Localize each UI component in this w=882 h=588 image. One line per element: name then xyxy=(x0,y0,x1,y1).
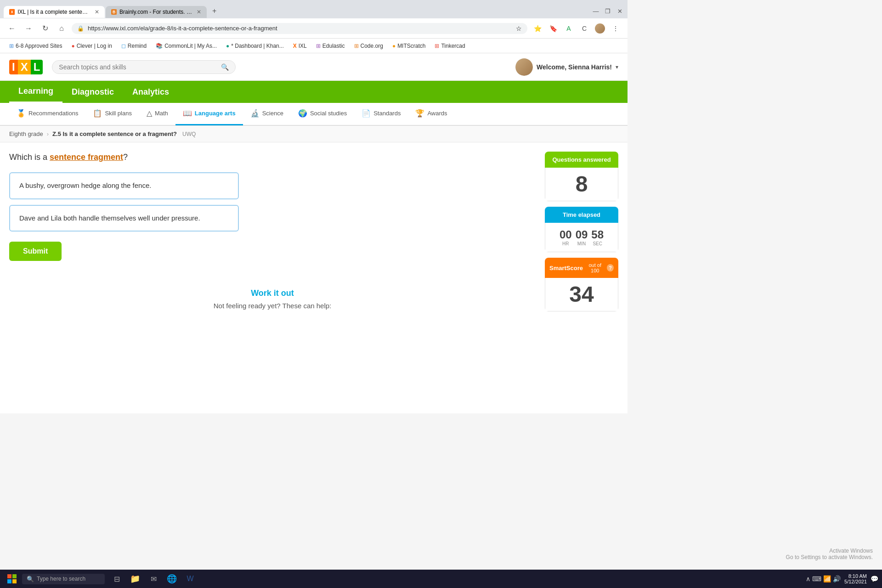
bookmark-edulastic[interactable]: ⊞ Edulastic xyxy=(312,42,349,50)
breadcrumb-grade[interactable]: Eighth grade xyxy=(9,130,43,137)
browser-title-bar: X IXL | Is it a complete sentence o... ✕… xyxy=(0,0,628,18)
tab2-favicon: B xyxy=(111,9,117,15)
ixl-app: I X L 🔍 Welcome, Sienna Harris! ▾ Learni… xyxy=(0,53,628,413)
subnav-language-arts[interactable]: 📖 Language arts xyxy=(175,102,243,125)
subnav-standards[interactable]: 📄 Standards xyxy=(354,102,408,125)
nav-item-analytics[interactable]: Analytics xyxy=(123,81,178,103)
smartscore-card: SmartScore out of 100 ? 34 xyxy=(545,258,618,311)
new-tab-button[interactable]: + xyxy=(208,4,221,18)
more-options-icon[interactable]: ⋮ xyxy=(609,22,622,35)
user-menu[interactable]: Welcome, Sienna Harris! ▾ xyxy=(515,58,618,76)
work-it-out-section: Work it out Not feeling ready yet? These… xyxy=(9,279,536,326)
grammarly-icon[interactable]: A xyxy=(562,22,575,35)
recommendations-icon: 🏅 xyxy=(17,109,26,118)
smartscore-body: 34 xyxy=(545,278,618,311)
awards-icon: 🏆 xyxy=(415,109,424,118)
breadcrumb: Eighth grade › Z.5 Is it a complete sent… xyxy=(0,126,628,142)
answer-option-2[interactable]: Dave and Lila both handle themselves wel… xyxy=(9,205,239,232)
refresh-button[interactable]: ↻ xyxy=(39,22,51,35)
tab1-close[interactable]: ✕ xyxy=(95,9,99,15)
time-header: Time elapsed xyxy=(545,207,618,223)
math-icon: △ xyxy=(147,109,152,118)
svg-text:X: X xyxy=(11,10,13,15)
forward-button[interactable]: → xyxy=(22,22,35,35)
back-button[interactable]: ← xyxy=(6,22,18,35)
bookmark-tinkercad[interactable]: ⊞ Tinkercad xyxy=(431,42,469,50)
tab1-title: IXL | Is it a complete sentence o... xyxy=(17,9,90,15)
svg-text:B: B xyxy=(113,10,115,14)
nav-item-learning[interactable]: Learning xyxy=(9,81,62,103)
bookmark-remind[interactable]: ◻ Remind xyxy=(118,42,150,50)
bookmark-ixl[interactable]: X IXL xyxy=(289,42,311,50)
chrome-ext-icon[interactable]: C xyxy=(578,22,591,35)
breadcrumb-skill: Z.5 Is it a complete sentence or a fragm… xyxy=(52,130,177,137)
subnav-awards[interactable]: 🏆 Awards xyxy=(408,102,454,125)
avatar-image xyxy=(515,58,533,76)
sidebar: Questions answered 8 Time elapsed 00 HR xyxy=(545,152,618,409)
time-body: 00 HR 09 MIN 58 SEC xyxy=(545,223,618,252)
skill-plans-icon: 📋 xyxy=(93,109,102,118)
bookmark-clever[interactable]: ● Clever | Log in xyxy=(68,42,115,50)
timer-minutes: 09 MIN xyxy=(576,228,588,246)
language-arts-icon: 📖 xyxy=(183,109,192,118)
toolbar-icons: ⭐ 🔖 A C ⋮ xyxy=(531,22,622,35)
ixl-header: I X L 🔍 Welcome, Sienna Harris! ▾ xyxy=(0,53,628,81)
smartscore-help-icon[interactable]: ? xyxy=(607,264,614,271)
minimize-button[interactable]: — xyxy=(592,7,600,15)
timer-hours: 00 HR xyxy=(560,228,572,246)
question-highlight: sentence fragment xyxy=(50,153,123,162)
close-button[interactable]: ✕ xyxy=(616,7,624,15)
search-icon: 🔍 xyxy=(221,63,229,71)
user-welcome: Welcome, Sienna Harris! xyxy=(537,63,612,71)
nav-item-diagnostic[interactable]: Diagnostic xyxy=(62,81,123,103)
maximize-button[interactable]: ❐ xyxy=(604,7,612,15)
time-elapsed-card: Time elapsed 00 HR 09 MIN xyxy=(545,207,618,252)
address-bar[interactable]: 🔒 https://www.ixl.com/ela/grade-8/is-it-… xyxy=(72,23,527,34)
search-bar[interactable]: 🔍 xyxy=(52,60,236,74)
breadcrumb-code: UWQ xyxy=(182,131,196,137)
star-icon[interactable]: ☆ xyxy=(516,25,522,32)
bookmark-dashboard[interactable]: ● * Dashboard | Khan... xyxy=(222,42,288,50)
bookmark-approved-sites[interactable]: ⊞ 6-8 Approved Sites xyxy=(6,42,66,50)
ixl-logo[interactable]: I X L xyxy=(9,60,43,74)
standards-icon: 📄 xyxy=(362,109,371,118)
subnav-skill-plans[interactable]: 📋 Skill plans xyxy=(85,102,139,125)
subnav-recommendations[interactable]: 🏅 Recommendations xyxy=(9,102,85,125)
url-display: https://www.ixl.com/ela/grade-8/is-it-a-… xyxy=(88,25,512,32)
subnav-social-studies[interactable]: 🌍 Social studies xyxy=(291,102,354,125)
question-area: Which is a sentence fragment? A bushy, o… xyxy=(9,152,536,409)
browser-toolbar: ← → ↻ ⌂ 🔒 https://www.ixl.com/ela/grade-… xyxy=(0,18,628,39)
extensions-icon[interactable]: ⭐ xyxy=(531,22,544,35)
tab2-close[interactable]: ✕ xyxy=(197,9,201,15)
questions-body: 8 xyxy=(545,168,618,201)
chevron-down-icon[interactable]: ▾ xyxy=(616,64,618,70)
questions-answered-card: Questions answered 8 xyxy=(545,152,618,201)
tab1-favicon: X xyxy=(9,9,15,15)
main-nav: Learning Diagnostic Analytics xyxy=(0,81,628,103)
bookmark-codeorg[interactable]: ⊞ Code.org xyxy=(351,42,387,50)
main-content: Which is a sentence fragment? A bushy, o… xyxy=(0,142,628,413)
bookmark-mitscratch[interactable]: ● MITScratch xyxy=(389,42,430,50)
bookmark-commonlit[interactable]: 📚 CommonLit | My As... xyxy=(152,42,220,50)
bookmark-icon[interactable]: 🔖 xyxy=(547,22,560,35)
questions-value: 8 xyxy=(551,173,612,195)
submit-button[interactable]: Submit xyxy=(9,242,62,261)
avatar xyxy=(515,58,533,76)
search-input[interactable] xyxy=(59,63,217,71)
timer-seconds: 58 SEC xyxy=(591,228,604,246)
tab2-title: Brainly.com - For students. By st... xyxy=(119,9,192,15)
subnav-math[interactable]: △ Math xyxy=(139,102,175,125)
window-controls: — ❐ ✕ xyxy=(592,7,624,15)
browser-tabs: X IXL | Is it a complete sentence o... ✕… xyxy=(4,4,592,18)
home-button[interactable]: ⌂ xyxy=(55,22,68,35)
logo-i: I xyxy=(9,60,18,74)
browser-tab-1[interactable]: X IXL | Is it a complete sentence o... ✕ xyxy=(4,6,105,18)
answer-option-1[interactable]: A bushy, overgrown hedge along the fence… xyxy=(9,172,239,199)
smartscore-value: 34 xyxy=(551,283,612,305)
social-studies-icon: 🌍 xyxy=(298,109,307,118)
user-profile-icon[interactable] xyxy=(594,22,606,35)
logo-x: X xyxy=(18,60,31,74)
sub-nav: 🏅 Recommendations 📋 Skill plans △ Math 📖… xyxy=(0,103,628,126)
browser-tab-2[interactable]: B Brainly.com - For students. By st... ✕ xyxy=(106,6,207,18)
subnav-science[interactable]: 🔬 Science xyxy=(243,102,291,125)
